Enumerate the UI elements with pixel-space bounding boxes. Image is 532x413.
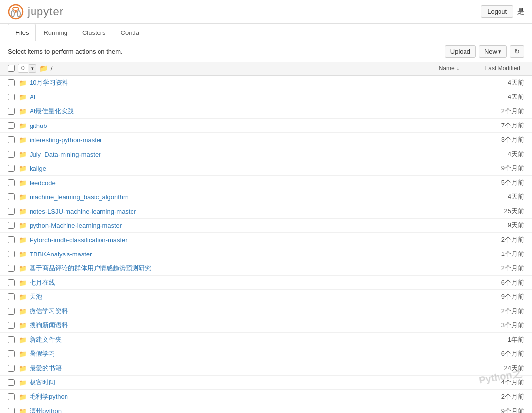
- file-row: 📁 漕州python 9个月前: [0, 404, 532, 413]
- new-label: New: [484, 48, 497, 55]
- tab-running[interactable]: Running: [36, 24, 74, 41]
- file-row: 📁 微信学习资料 2个月前: [0, 304, 532, 318]
- file-row: 📁 github 7个月前: [0, 119, 532, 133]
- file-name-21[interactable]: 极客时间: [30, 378, 465, 387]
- file-name-23[interactable]: 漕州python: [30, 407, 465, 413]
- file-checkbox-23[interactable]: [8, 408, 15, 413]
- breadcrumb-count-wrapper: 0 ▾: [18, 64, 36, 73]
- tab-files[interactable]: Files: [8, 24, 36, 41]
- file-checkbox-17[interactable]: [8, 322, 15, 329]
- file-name-1[interactable]: AI: [30, 94, 465, 101]
- file-row: 📁 Pytorch-imdb-classification-master 2个月…: [0, 233, 532, 247]
- jupyter-logo-icon: [8, 4, 24, 20]
- file-name-15[interactable]: 天池: [30, 292, 465, 301]
- breadcrumb-dropdown[interactable]: ▾: [29, 64, 36, 73]
- file-checkbox-4[interactable]: [8, 136, 15, 143]
- file-modified-21: 4个月前: [465, 378, 524, 387]
- file-name-18[interactable]: 新建文件夹: [30, 335, 465, 344]
- file-checkbox-21[interactable]: [8, 379, 15, 386]
- file-name-11[interactable]: Pytorch-imdb-classification-master: [30, 236, 465, 244]
- file-modified-10: 9天前: [465, 221, 524, 230]
- folder-icon-6: 📁: [19, 165, 27, 172]
- file-name-8[interactable]: machine_learning_basic_algorithm: [30, 193, 465, 201]
- folder-icon-1: 📁: [19, 94, 27, 101]
- toolbar-instruction: Select items to perform actions on them.: [8, 48, 123, 55]
- file-name-10[interactable]: python-Machine-learning-master: [30, 222, 465, 229]
- file-checkbox-12[interactable]: [8, 251, 15, 257]
- folder-icon-17: 📁: [19, 322, 27, 329]
- toolbar-actions: Upload New ▾ ↻: [445, 45, 524, 58]
- upload-button[interactable]: Upload: [445, 45, 476, 58]
- file-row: 📁 leedcode 5个月前: [0, 176, 532, 190]
- file-checkbox-5[interactable]: [8, 151, 15, 158]
- last-modified-column-header[interactable]: Last Modified: [465, 65, 524, 72]
- folder-icon-18: 📁: [19, 336, 27, 344]
- svg-point-4: [15, 11, 17, 13]
- file-row: 📁 machine_learning_basic_algorithm 4天前: [0, 190, 532, 204]
- file-checkbox-9[interactable]: [8, 208, 15, 215]
- file-checkbox-15[interactable]: [8, 293, 15, 300]
- file-checkbox-20[interactable]: [8, 365, 15, 372]
- file-name-9[interactable]: notes-LSJU-machine-learning-master: [30, 208, 465, 215]
- file-name-16[interactable]: 微信学习资料: [30, 307, 465, 316]
- file-modified-1: 4天前: [465, 93, 524, 101]
- file-modified-23: 9个月前: [465, 407, 524, 413]
- file-checkbox-11[interactable]: [8, 236, 15, 243]
- file-modified-20: 24天前: [465, 364, 524, 373]
- file-name-4[interactable]: interesting-python-master: [30, 136, 465, 144]
- file-modified-16: 2个月前: [465, 307, 524, 316]
- file-checkbox-18[interactable]: [8, 336, 15, 343]
- file-name-0[interactable]: 10月学习资料: [30, 78, 465, 87]
- file-modified-22: 2个月前: [465, 392, 524, 401]
- file-row: 📁 July_Data-mining-master 4天前: [0, 147, 532, 161]
- file-name-13[interactable]: 基于商品评论的群体用户情感趋势预测研究: [30, 264, 465, 273]
- file-row: 📁 AI最佳量化实践 2个月前: [0, 104, 532, 119]
- file-checkbox-16[interactable]: [8, 308, 15, 315]
- name-column-header[interactable]: Name ↓: [435, 65, 463, 72]
- file-modified-2: 2个月前: [465, 107, 524, 116]
- file-modified-15: 9个月前: [465, 292, 524, 301]
- file-checkbox-14[interactable]: [8, 279, 15, 286]
- file-row: 📁 AI 4天前: [0, 90, 532, 104]
- breadcrumb-left: 0 ▾ 📁 /: [8, 64, 435, 73]
- file-name-7[interactable]: leedcode: [30, 179, 465, 187]
- file-name-14[interactable]: 七月在线: [30, 278, 465, 287]
- select-all-checkbox[interactable]: [8, 65, 15, 72]
- svg-point-2: [11, 11, 14, 17]
- file-checkbox-13[interactable]: [8, 265, 15, 272]
- tab-conda[interactable]: Conda: [113, 24, 147, 41]
- header-right: Logout 是: [481, 5, 524, 18]
- file-name-19[interactable]: 暑假学习: [30, 349, 465, 358]
- file-name-2[interactable]: AI最佳量化实践: [30, 107, 465, 116]
- file-checkbox-2[interactable]: [8, 108, 15, 115]
- file-modified-4: 3个月前: [465, 135, 524, 144]
- file-checkbox-22[interactable]: [8, 393, 15, 400]
- file-name-3[interactable]: github: [30, 122, 465, 129]
- file-name-20[interactable]: 最爱的书籍: [30, 364, 465, 373]
- folder-icon-16: 📁: [19, 308, 27, 315]
- folder-icon-10: 📁: [19, 222, 27, 229]
- file-name-22[interactable]: 毛利学python: [30, 392, 465, 401]
- file-checkbox-6[interactable]: [8, 165, 15, 172]
- file-checkbox-8[interactable]: [8, 193, 15, 200]
- refresh-button[interactable]: ↻: [510, 45, 524, 58]
- logout-button[interactable]: Logout: [481, 5, 513, 18]
- file-name-6[interactable]: kallge: [30, 165, 465, 172]
- tab-clusters[interactable]: Clusters: [75, 24, 113, 41]
- file-row: 📁 基于商品评论的群体用户情感趋势预测研究 2个月前: [0, 261, 532, 276]
- file-name-5[interactable]: July_Data-mining-master: [30, 151, 465, 158]
- folder-icon-3: 📁: [19, 122, 27, 129]
- file-checkbox-19[interactable]: [8, 350, 15, 357]
- file-checkbox-1[interactable]: [8, 94, 15, 100]
- file-checkbox-7[interactable]: [8, 179, 15, 186]
- file-name-17[interactable]: 搜狗新闻语料: [30, 321, 465, 330]
- breadcrumb-bar: 0 ▾ 📁 / Name ↓ Last Modified: [0, 62, 532, 76]
- file-checkbox-10[interactable]: [8, 222, 15, 229]
- folder-icon-22: 📁: [19, 393, 27, 401]
- file-name-12[interactable]: TBBKAnalysis-master: [30, 251, 465, 258]
- file-modified-17: 3个月前: [465, 321, 524, 330]
- new-button[interactable]: New ▾: [479, 45, 507, 58]
- folder-icon-19: 📁: [19, 350, 27, 358]
- file-checkbox-3[interactable]: [8, 122, 15, 129]
- file-checkbox-0[interactable]: [8, 79, 15, 86]
